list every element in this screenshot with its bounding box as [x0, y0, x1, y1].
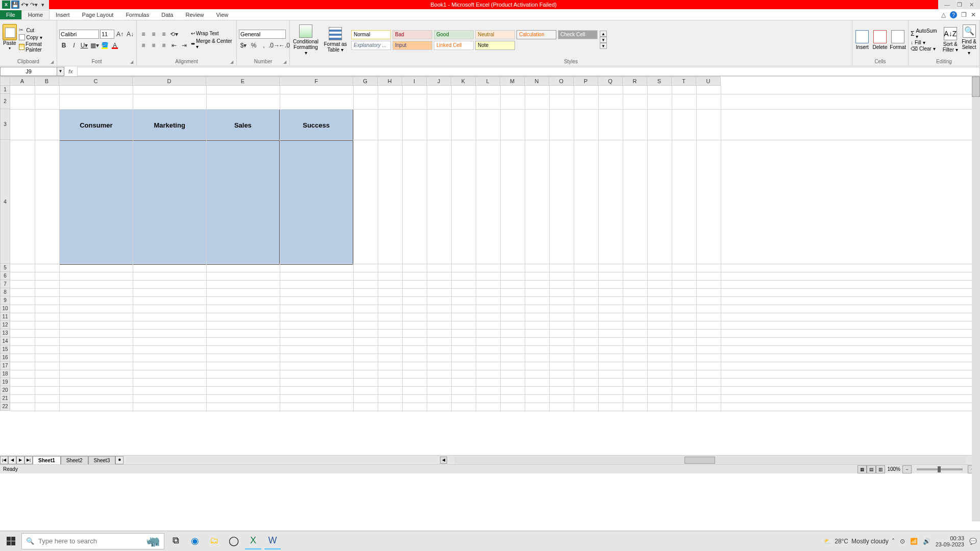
style-explanatory[interactable]: Explanatory ... — [351, 41, 391, 50]
col-header-Q[interactable]: Q — [598, 77, 623, 86]
decrease-decimal-button[interactable]: ←.0 — [280, 41, 289, 50]
align-middle-icon[interactable]: ≡ — [149, 30, 158, 39]
style-calculation[interactable]: Calculation — [517, 30, 556, 39]
orientation-icon[interactable]: ⟲▾ — [169, 30, 179, 39]
volume-icon[interactable]: 🔊 — [923, 538, 930, 545]
gallery-up-icon[interactable]: ▲ — [600, 31, 607, 37]
col-header-M[interactable]: M — [500, 77, 525, 86]
col-header-T[interactable]: T — [672, 77, 696, 86]
taskbar-search[interactable]: 🔍 Type here to search 🦏 — [21, 533, 164, 549]
font-dialog-launcher[interactable]: ◢ — [130, 60, 135, 65]
sheet-tab-1[interactable]: Sheet1 — [33, 456, 61, 464]
alignment-dialog-launcher[interactable]: ◢ — [230, 60, 235, 65]
row-header-9[interactable]: 9 — [0, 296, 10, 305]
style-input[interactable]: Input — [393, 41, 432, 50]
align-left-icon[interactable]: ≡ — [139, 41, 148, 50]
sheet-nav-first-icon[interactable]: |◀ — [0, 456, 8, 464]
sort-filter-button[interactable]: A↓ZSort & Filter ▾ — [942, 27, 959, 53]
row-header-7[interactable]: 7 — [0, 280, 10, 288]
tab-file[interactable]: File — [0, 10, 21, 19]
format-painter-button[interactable]: Format Painter — [19, 41, 55, 53]
find-select-button[interactable]: 🔍Find & Select ▾ — [961, 24, 977, 56]
clear-button[interactable]: ⌫Clear ▾ — [911, 46, 940, 52]
style-normal[interactable]: Normal — [351, 30, 391, 39]
col-header-N[interactable]: N — [525, 77, 549, 86]
table-body-cell[interactable] — [133, 141, 207, 264]
row-header-20[interactable]: 20 — [0, 386, 10, 394]
row-header-18[interactable]: 18 — [0, 370, 10, 378]
file-explorer-icon[interactable]: 🗂 — [206, 533, 223, 549]
align-center-icon[interactable]: ≡ — [149, 41, 158, 50]
col-header-C[interactable]: C — [59, 77, 133, 86]
table-header-success[interactable]: Success — [280, 110, 353, 140]
col-header-K[interactable]: K — [451, 77, 476, 86]
restore-icon[interactable]: ❐ — [957, 2, 962, 8]
font-name-select[interactable] — [59, 30, 99, 39]
meet-now-icon[interactable]: ⊙ — [900, 538, 905, 545]
page-break-view-icon[interactable]: ▥ — [876, 465, 885, 473]
align-right-icon[interactable]: ≡ — [159, 41, 168, 50]
style-note[interactable]: Note — [475, 41, 515, 50]
number-dialog-launcher[interactable]: ◢ — [283, 60, 288, 65]
style-bad[interactable]: Bad — [393, 30, 432, 39]
font-size-select[interactable] — [100, 30, 114, 39]
increase-indent-icon[interactable]: ⇥ — [180, 41, 189, 50]
number-format-select[interactable] — [239, 30, 286, 39]
increase-font-icon[interactable]: A↑ — [115, 30, 125, 39]
sheet-tab-3[interactable]: Sheet3 — [88, 456, 116, 464]
hscroll-left-icon[interactable]: ◀ — [440, 457, 447, 464]
row-header-21[interactable]: 21 — [0, 394, 10, 403]
clipboard-dialog-launcher[interactable]: ◢ — [51, 60, 56, 65]
word-taskbar-icon[interactable]: W — [264, 533, 281, 549]
page-layout-view-icon[interactable]: ▤ — [867, 465, 876, 473]
wifi-icon[interactable]: 📶 — [910, 538, 918, 545]
row-header-19[interactable]: 19 — [0, 378, 10, 386]
window-close-icon[interactable]: ✕ — [971, 11, 976, 18]
align-top-icon[interactable]: ≡ — [139, 30, 148, 39]
tab-data[interactable]: Data — [155, 10, 179, 19]
row-header-15[interactable]: 15 — [0, 345, 10, 354]
gallery-down-icon[interactable]: ▼ — [600, 37, 607, 43]
zoom-out-icon[interactable]: − — [902, 465, 912, 473]
vscroll-thumb[interactable] — [972, 77, 980, 97]
italic-button[interactable]: I — [69, 41, 79, 50]
decrease-font-icon[interactable]: A↓ — [126, 30, 135, 39]
sheet-tab-2[interactable]: Sheet2 — [61, 456, 88, 464]
window-restore-icon[interactable]: ❐ — [961, 11, 967, 18]
table-body-cell[interactable] — [280, 141, 353, 264]
hscroll-thumb[interactable] — [684, 457, 715, 464]
row-header-8[interactable]: 8 — [0, 288, 10, 296]
sheet-nav-next-icon[interactable]: ▶ — [16, 456, 24, 464]
insert-sheet-icon[interactable]: ✸ — [115, 456, 124, 464]
zoom-slider[interactable] — [917, 468, 963, 470]
tab-page-layout[interactable]: Page Layout — [76, 10, 120, 19]
cut-button[interactable]: ✂Cut — [19, 27, 55, 33]
row-header-5[interactable]: 5 — [0, 264, 10, 272]
qat-customize-icon[interactable]: ▾ — [39, 1, 47, 9]
wrap-text-button[interactable]: ↩Wrap Text — [191, 31, 234, 36]
fx-icon[interactable]: fx — [64, 68, 77, 74]
col-header-U[interactable]: U — [696, 77, 721, 86]
style-neutral[interactable]: Neutral — [475, 30, 515, 39]
vertical-scrollbar[interactable] — [972, 77, 980, 521]
merge-center-button[interactable]: ⬌Merge & Center ▾ — [191, 38, 234, 49]
table-header-sales[interactable]: Sales — [207, 110, 280, 140]
row-header-2[interactable]: 2 — [0, 94, 10, 109]
horizontal-scrollbar[interactable] — [454, 457, 966, 464]
col-header-I[interactable]: I — [402, 77, 427, 86]
style-good[interactable]: Good — [434, 30, 474, 39]
col-header-L[interactable]: L — [476, 77, 500, 86]
col-header-P[interactable]: P — [574, 77, 598, 86]
col-header-R[interactable]: R — [623, 77, 647, 86]
currency-button[interactable]: $▾ — [239, 41, 248, 50]
comma-button[interactable]: , — [259, 41, 268, 50]
tab-review[interactable]: Review — [179, 10, 210, 19]
row-header-10[interactable]: 10 — [0, 305, 10, 313]
tab-formulas[interactable]: Formulas — [119, 10, 155, 19]
col-header-H[interactable]: H — [378, 77, 402, 86]
sheet-nav-prev-icon[interactable]: ◀ — [8, 456, 16, 464]
row-header-16[interactable]: 16 — [0, 354, 10, 362]
percent-button[interactable]: % — [249, 41, 258, 50]
select-all-corner[interactable] — [0, 77, 10, 86]
sheet-nav-last-icon[interactable]: ▶| — [24, 456, 33, 464]
